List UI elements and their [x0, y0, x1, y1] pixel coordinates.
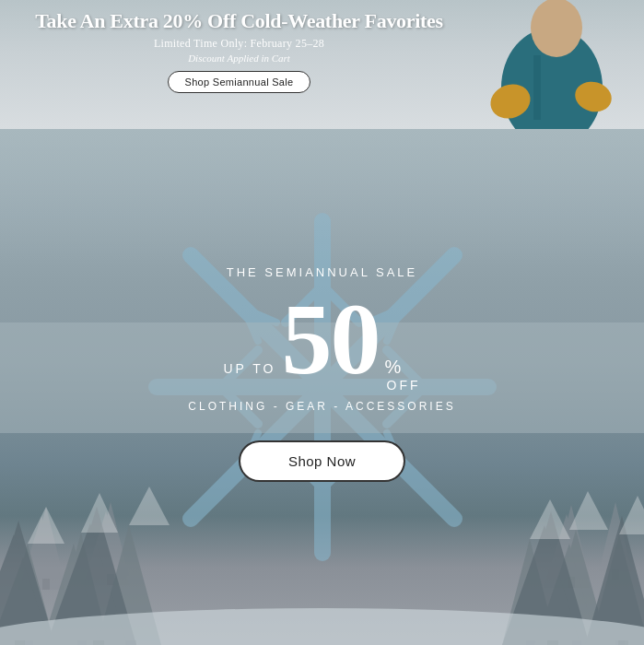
percent-sign: %	[385, 356, 402, 378]
sale-number: 50	[282, 288, 380, 390]
percent-off-group: % OFF	[385, 346, 421, 393]
sale-offer-row: UP TO 50 % OFF	[223, 288, 420, 393]
banner-subtitle: Limited Time Only: February 25–28	[154, 37, 324, 51]
shop-now-button[interactable]: Shop Now	[239, 440, 405, 482]
sale-content-area: THE SEMIANNUAL SALE UP TO 50 % OFF CLOTH…	[0, 129, 644, 645]
shop-semiannual-button[interactable]: Shop Semiannual Sale	[168, 71, 311, 93]
semiannual-label: THE SEMIANNUAL SALE	[227, 265, 418, 279]
discount-note: Discount Applied in Cart	[188, 53, 290, 64]
winter-sale-section: THE SEMIANNUAL SALE UP TO 50 % OFF CLOTH…	[0, 129, 644, 645]
categories-label: CLOTHING - GEAR - ACCESSORIES	[188, 400, 455, 413]
off-text: OFF	[387, 378, 421, 393]
top-banner: Take An Extra 20% Off Cold-Weather Favor…	[0, 0, 644, 129]
up-to-text: UP TO	[223, 361, 275, 376]
banner-title: Take An Extra 20% Off Cold-Weather Favor…	[17, 9, 462, 33]
